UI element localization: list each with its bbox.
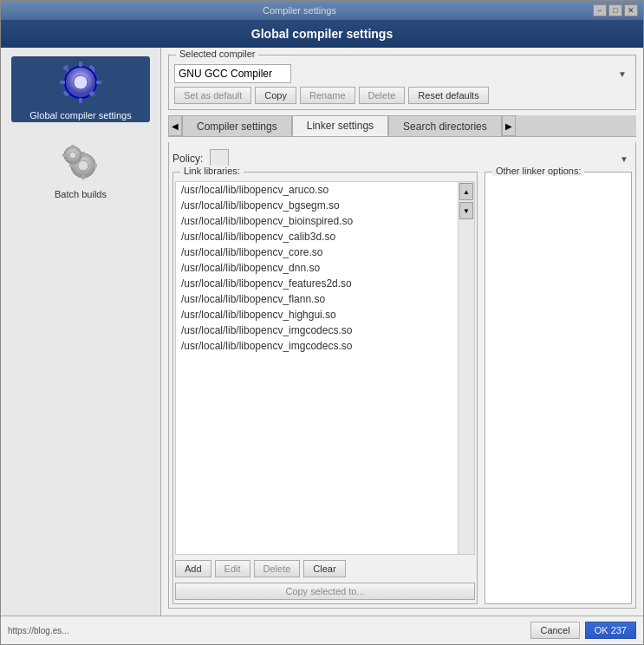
list-item[interactable]: /usr/local/lib/libopencv_flann.so	[176, 291, 458, 307]
compiler-group-label: Selected compiler	[176, 49, 258, 59]
tab-search-directories[interactable]: Search directories	[388, 115, 502, 136]
compiler-select[interactable]: GNU GCC Compiler	[174, 64, 291, 83]
delete-button[interactable]: Delete	[359, 87, 406, 104]
selected-compiler-group: Selected compiler GNU GCC Compiler ▼ Set…	[168, 55, 636, 110]
compiler-select-arrow: ▼	[618, 69, 627, 79]
sidebar: Global compiler settings	[1, 48, 161, 616]
sidebar-label-global-compiler: Global compiler settings	[11, 108, 150, 122]
global-compiler-icon	[55, 56, 107, 108]
list-item[interactable]: /usr/local/lib/libopencv_highgui.so	[176, 307, 458, 322]
reset-defaults-button[interactable]: Reset defaults	[408, 87, 488, 104]
batch-builds-icon	[57, 140, 105, 187]
delete-library-button[interactable]: Delete	[254, 560, 301, 577]
minimize-button[interactable]: −	[593, 4, 607, 16]
title-controls: − □ ✕	[593, 4, 638, 16]
sidebar-label-batch-builds: Batch builds	[11, 187, 150, 201]
library-buttons: Add Edit Delete Clear	[173, 557, 477, 581]
edit-library-button[interactable]: Edit	[215, 560, 250, 577]
sidebar-item-global-compiler[interactable]: Global compiler settings	[11, 56, 150, 122]
svg-rect-6	[60, 81, 65, 84]
content-area: Global compiler settings	[1, 48, 643, 616]
svg-rect-21	[62, 153, 66, 157]
compiler-select-wrapper: GNU GCC Compiler ▼	[174, 64, 630, 83]
sidebar-item-batch-builds[interactable]: Batch builds	[11, 140, 150, 201]
add-library-button[interactable]: Add	[175, 560, 211, 577]
svg-rect-14	[81, 175, 85, 179]
bottom-bar: https://blog.es... Cancel OK 237	[1, 616, 643, 644]
list-item[interactable]: /usr/local/lib/libopencv_bioinspired.so	[176, 213, 458, 229]
list-item[interactable]: /usr/local/lib/libopencv_calib3d.so	[176, 229, 458, 244]
maximize-button[interactable]: □	[608, 4, 622, 16]
svg-point-17	[78, 160, 88, 171]
main-header: Global compiler settings	[1, 20, 643, 48]
list-item[interactable]: /usr/local/lib/libopencv_bgsegm.so	[176, 198, 458, 213]
svg-rect-19	[71, 145, 75, 148]
link-libraries-label: Link libraries:	[180, 166, 244, 176]
policy-select-arrow: ▼	[620, 154, 628, 164]
copy-button[interactable]: Copy	[255, 87, 296, 104]
svg-rect-5	[79, 98, 82, 103]
list-item[interactable]: /usr/local/lib/libopencv_imgcodecs.so	[176, 322, 458, 338]
toolbar-row: Set as default Copy Rename Delete Reset …	[174, 87, 630, 104]
main-panel: Selected compiler GNU GCC Compiler ▼ Set…	[161, 48, 643, 616]
scroll-up-button[interactable]: ▲	[459, 183, 473, 200]
tabs-area: ◀ Compiler settings Linker settings Sear…	[168, 115, 636, 137]
copy-selected-button[interactable]: Copy selected to...	[175, 583, 475, 600]
list-item[interactable]: /usr/local/lib/libopencv_core.so	[176, 244, 458, 260]
list-scroll-controls: ▲ ▼	[459, 181, 475, 555]
rename-button[interactable]: Rename	[300, 87, 355, 104]
other-linker-panel: Other linker options:	[485, 172, 632, 604]
svg-point-23	[69, 152, 76, 159]
cancel-button[interactable]: Cancel	[530, 622, 579, 639]
scroll-down-button[interactable]: ▼	[459, 202, 473, 219]
close-button[interactable]: ✕	[624, 4, 638, 16]
clear-library-button[interactable]: Clear	[303, 560, 345, 577]
set-default-button[interactable]: Set as default	[174, 87, 251, 104]
policy-label: Policy:	[172, 153, 203, 165]
ok-button[interactable]: OK 237	[585, 622, 636, 639]
link-libraries-list[interactable]: /usr/local/lib/libopencv_aruco.so/usr/lo…	[175, 181, 459, 555]
list-item[interactable]: /usr/local/lib/libopencv_aruco.so	[176, 182, 458, 198]
svg-point-2	[74, 75, 88, 89]
svg-rect-7	[96, 81, 101, 84]
svg-rect-20	[71, 164, 75, 167]
tab-linker-settings[interactable]: Linker settings	[292, 115, 388, 136]
list-item[interactable]: /usr/local/lib/libopencv_imgcodecs.so	[176, 338, 458, 354]
main-title: Global compiler settings	[251, 27, 393, 41]
list-item[interactable]: /usr/local/lib/libopencv_dnn.so	[176, 260, 458, 276]
link-libraries-panel: Link libraries: /usr/local/lib/libopencv…	[172, 172, 478, 604]
window-title: Compiler settings	[6, 5, 593, 16]
tab-right-arrow[interactable]: ▶	[502, 115, 516, 136]
svg-rect-22	[81, 153, 85, 157]
main-window: Compiler settings − □ ✕ Global compiler …	[0, 0, 644, 645]
svg-rect-4	[79, 62, 82, 67]
status-url: https://blog.es...	[8, 626, 525, 635]
title-bar: Compiler settings − □ ✕	[1, 1, 643, 20]
other-linker-label: Other linker options:	[492, 166, 584, 176]
list-item[interactable]: /usr/local/lib/libopencv_features2d.so	[176, 276, 458, 291]
tab-compiler-settings[interactable]: Compiler settings	[182, 115, 292, 136]
tab-left-arrow[interactable]: ◀	[168, 115, 182, 136]
compiler-row: GNU GCC Compiler ▼	[174, 64, 630, 83]
svg-rect-16	[93, 164, 97, 167]
two-panel: Link libraries: /usr/local/lib/libopencv…	[172, 172, 632, 604]
